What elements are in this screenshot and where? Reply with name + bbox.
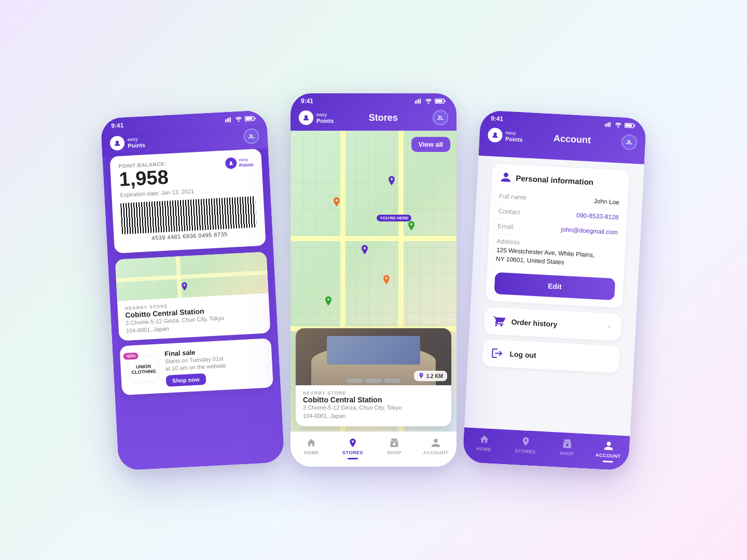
svg-rect-22: [610, 122, 611, 127]
user-avatar-3[interactable]: JL: [621, 134, 638, 150]
store-address-2: 3 Chome-5-12 Ginza, Chuo City, Tokyo104-…: [303, 404, 444, 420]
nav-home-3[interactable]: HOME: [471, 433, 497, 457]
logo-text: easy Points: [127, 135, 145, 149]
full-name-value: John Loe: [593, 198, 619, 206]
svg-rect-2: [228, 118, 229, 122]
user-avatar[interactable]: JL: [243, 128, 260, 145]
promo-card: -50% UNIONCLOTHING Final sale Starts on …: [119, 338, 273, 396]
nav-account-3[interactable]: ACCOUNT: [595, 440, 622, 464]
nav-home-label-3: HOME: [476, 446, 491, 453]
map-card: NEARBY STORE Cobitto Central Station 3 C…: [115, 251, 271, 341]
logo-text-2: easy Points: [316, 111, 334, 124]
nav-shop-label-2: SHOP: [387, 450, 402, 455]
map-marker-orange-2: [382, 275, 391, 288]
email-value[interactable]: john@doegmail.com: [561, 226, 618, 236]
stores-title: Stores: [369, 113, 398, 123]
svg-rect-7: [255, 118, 256, 119]
status-time-2: 9:41: [301, 97, 313, 105]
svg-rect-6: [245, 117, 252, 120]
svg-rect-26: [634, 125, 635, 127]
barcode: 4539 4481 6936 0495 8735: [120, 196, 257, 243]
store-image: 1.2 KM: [296, 328, 451, 385]
user-avatar-2[interactable]: JL: [433, 110, 448, 125]
svg-rect-19: [605, 124, 606, 127]
address-row: Address 125 Westchester Ave, White Plain…: [495, 234, 617, 273]
svg-rect-21: [608, 122, 609, 127]
svg-rect-0: [225, 119, 226, 122]
svg-rect-13: [420, 99, 421, 104]
nav-account-2[interactable]: ACCOUNT: [423, 437, 449, 459]
you-here-badge: YOU'RE HERE: [377, 215, 411, 221]
points-card: POINT BALANCE: 1,958 Expiration date: Ja…: [109, 149, 266, 254]
full-name-label: Full name: [499, 192, 527, 201]
chevron-right-icon: [604, 323, 613, 331]
svg-point-4: [238, 120, 240, 122]
svg-point-14: [428, 103, 430, 104]
personal-info-title: Personal information: [516, 173, 594, 186]
svg-rect-11: [417, 100, 418, 104]
logout-label: Log out: [509, 349, 612, 363]
logout-icon: [491, 346, 504, 359]
svg-rect-1: [227, 118, 228, 122]
store-card-overlay[interactable]: 1.2 KM NEARBY STORE Cobitto Central Stat…: [296, 328, 451, 426]
personal-info-card: Personal information Full name John Loe …: [486, 163, 629, 307]
svg-rect-16: [436, 100, 442, 103]
view-all-button[interactable]: View all: [411, 137, 450, 152]
logo-text-3: easy Points: [505, 129, 523, 143]
nav-home-label-2: HOME: [304, 450, 319, 455]
status-icons-2: [415, 99, 446, 104]
svg-point-23: [617, 126, 619, 128]
svg-rect-10: [415, 101, 416, 104]
status-time: 9:41: [111, 121, 124, 129]
contact-value[interactable]: 090-8533-8128: [576, 212, 619, 221]
status-time-3: 9:41: [491, 115, 504, 122]
shop-now-button[interactable]: Shop now: [166, 373, 206, 387]
discount-badge: -50%: [123, 353, 138, 360]
phone-account: 9:41 easy Points: [462, 110, 646, 471]
edit-button[interactable]: Edit: [494, 272, 615, 300]
union-logo: -50% UNIONCLOTHING: [128, 356, 160, 383]
map-marker-orange: [332, 197, 341, 211]
logo-3: easy Points: [488, 128, 523, 144]
nav-account-label-2: ACCOUNT: [423, 450, 449, 455]
logout-card[interactable]: Log out: [482, 339, 620, 373]
order-history-card[interactable]: Order history: [483, 307, 621, 341]
nearby-label-2: NEARBY STORE: [303, 390, 444, 396]
nav-stores-2[interactable]: STORES: [340, 437, 366, 459]
email-label: Email: [497, 222, 514, 231]
nav-stores-label-3: STORES: [515, 448, 535, 454]
ep-logo-small: easyPoints: [225, 157, 254, 170]
promo-info: Final sale Starts on Tuesday 01stat 10 a…: [164, 344, 266, 387]
brand-logo: UNIONCLOTHING: [128, 356, 160, 383]
nav-stores-label-2: STORES: [342, 450, 363, 455]
nav-account-label-3: ACCOUNT: [596, 453, 621, 459]
map-marker-purple-2: [360, 245, 369, 258]
svg-rect-12: [418, 99, 419, 104]
status-icons-3: [605, 122, 636, 129]
contact-label: Contact: [498, 207, 520, 216]
nav-stores-3[interactable]: STORES: [512, 435, 539, 459]
phone-points: 9:41 easy Points JL: [100, 110, 284, 471]
phone-stores: 9:41 easy Points: [290, 93, 457, 467]
nav-shop-3[interactable]: SHOP: [554, 437, 580, 461]
svg-rect-20: [606, 123, 607, 127]
status-icons: [225, 116, 256, 122]
logo: easy Points: [109, 134, 145, 151]
map-marker-green-2: [324, 296, 333, 310]
cart-icon: [492, 314, 505, 327]
map-marker-green-1: [407, 221, 416, 234]
nav-shop-label-3: SHOP: [560, 451, 574, 456]
nav-shop-2[interactable]: SHOP: [381, 437, 407, 459]
order-history-label: Order history: [511, 317, 599, 330]
map-view[interactable]: YOU'RE HERE View all: [290, 131, 457, 431]
person-icon: [500, 171, 512, 183]
map-marker-purple-1: [387, 176, 396, 189]
nav-home-2[interactable]: HOME: [298, 437, 324, 459]
map-pin-icon: [180, 282, 189, 292]
svg-rect-17: [445, 101, 446, 102]
km-badge: 1.2 KM: [414, 371, 447, 381]
bottom-nav-2: HOME STORES SHOP: [290, 431, 457, 467]
logo-2: easy Points: [299, 110, 334, 125]
store-name-2: Cobitto Central Station: [303, 396, 444, 404]
svg-rect-3: [230, 117, 231, 122]
